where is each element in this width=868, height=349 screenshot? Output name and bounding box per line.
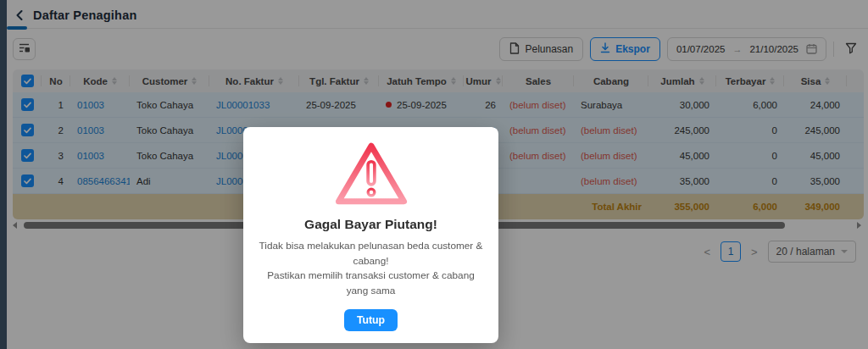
error-modal: Gagal Bayar Piutang! Tidak bisa melakuka… [243,127,498,343]
modal-message-line1: Tidak bisa melakukan pelunasan beda cust… [257,239,485,269]
warning-triangle-icon [331,198,411,213]
tutup-button[interactable]: Tutup [344,309,398,331]
modal-message-line2: Pastikan memilih transaksi customer & ca… [257,269,485,298]
modal-message: Tidak bisa melakukan pelunasan beda cust… [257,239,485,299]
modal-title: Gagal Bayar Piutang! [257,217,485,232]
